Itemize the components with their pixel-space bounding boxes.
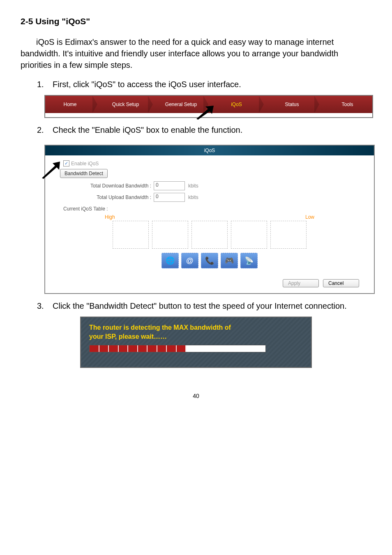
priority-high-label: High [105,214,115,220]
step-2-number: 2. [37,125,53,135]
upload-bandwidth-input[interactable]: 0 [154,193,185,202]
download-bandwidth-input[interactable]: 0 [154,181,185,190]
bandwidth-detect-button[interactable]: Bandwidth Detect [60,169,108,178]
upload-bandwidth-row: Total Upload Bandwidth : 0 kbits [73,193,367,202]
download-bandwidth-label: Total Download Bandwidth : [73,183,151,189]
step-3-text: Click the "Bandwidth Detect" button to t… [53,301,371,311]
priority-slot[interactable] [113,221,149,249]
at-icon[interactable]: @ [181,253,198,268]
nav-tools[interactable]: Tools [323,96,372,113]
progress-bar [89,345,266,352]
detecting-text: The router is detecting the MAX bandwidt… [89,323,303,341]
nav-iqos[interactable]: iQoS [212,96,261,113]
priority-slot[interactable] [152,221,188,249]
step-1: 1. First, click "iQoS" to access the iQo… [37,80,371,89]
nav-quick-setup[interactable]: Quick Setup [101,96,150,113]
step-2-text: Check the "Enable iQoS" box to enable th… [53,125,371,135]
enable-iqos-label: Enable iQoS [71,161,99,166]
step-2: 2. Check the "Enable iQoS" box to enable… [37,125,371,135]
phone-icon[interactable]: 📞 [201,253,218,268]
download-bandwidth-row: Total Download Bandwidth : 0 kbits [73,181,367,190]
step-3: 3. Click the "Bandwidth Detect" button t… [37,301,371,311]
step-1-text: First, click "iQoS" to access the iQoS u… [53,80,371,89]
upload-bandwidth-label: Total Upload Bandwidth : [73,194,151,200]
upload-bandwidth-unit: kbits [188,194,198,200]
arrow-icon [196,106,214,120]
cancel-button[interactable]: Cancel [323,279,359,287]
arrow-icon [41,162,60,180]
iqos-panel-title: iQoS [45,146,374,155]
download-bandwidth-unit: kbits [188,183,198,189]
intro-paragraph: iQoS is Edimax's answer to the need for … [21,36,371,71]
game-icon[interactable]: 🎮 [221,253,238,268]
priority-slot[interactable] [270,221,307,249]
p2p-icon[interactable]: 📡 [240,253,258,268]
enable-iqos-row: Enable iQoS [63,160,367,166]
detecting-bandwidth-dialog: The router is detecting the MAX bandwidt… [80,317,312,368]
page-number: 40 [21,393,371,399]
priority-slot[interactable] [231,221,267,249]
apply-button[interactable]: Apply [283,279,319,287]
nav-status[interactable]: Status [267,96,317,113]
iqos-panel: iQoS Enable iQoS Bandwidth Detect Total … [44,145,375,294]
nav-bar-screenshot: Home Quick Setup General Setup iQoS Stat… [44,95,373,118]
section-heading: 2-5 Using "iQoS" [21,16,371,26]
step-1-number: 1. [37,80,53,89]
step-3-number: 3. [37,301,53,311]
nav-home[interactable]: Home [45,96,95,113]
globe-icon[interactable]: 🌐 [161,253,179,268]
current-iqos-table-label: Current iQoS Table : [63,206,367,212]
priority-row: High Low 🌐 @ 📞 🎮 📡 [105,215,314,268]
priority-low-label: Low [305,214,314,220]
priority-slot[interactable] [191,221,228,249]
enable-iqos-checkbox[interactable] [63,160,69,166]
